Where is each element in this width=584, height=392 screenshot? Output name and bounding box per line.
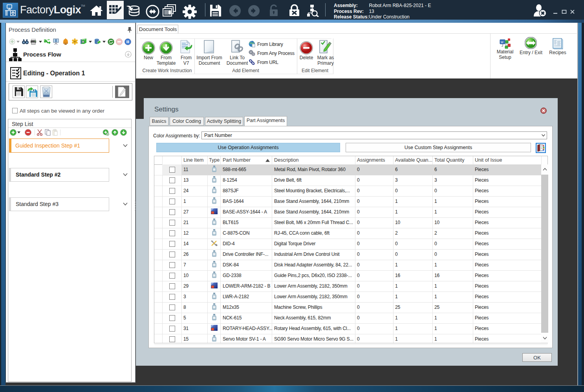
svg-text:W: W xyxy=(501,41,503,44)
